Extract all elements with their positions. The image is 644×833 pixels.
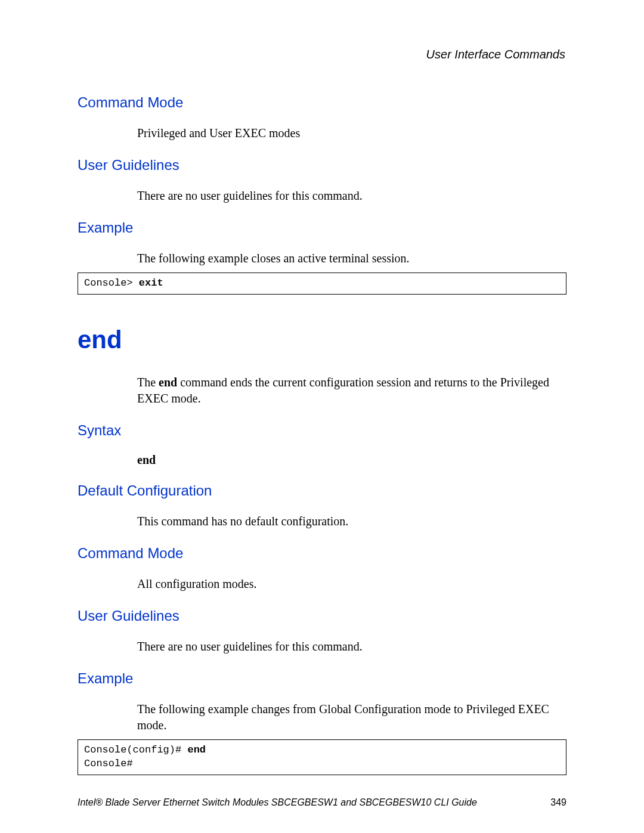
heading-command-mode-2: Command Mode xyxy=(78,545,566,562)
code-block-end: Console(config)# end Console# xyxy=(78,739,566,775)
text-example-2: The following example changes from Globa… xyxy=(137,701,566,733)
chapter-label: User Interface Commands xyxy=(78,48,565,61)
heading-default-config: Default Configuration xyxy=(78,482,566,499)
heading-example-2: Example xyxy=(78,670,566,687)
footer-title: Intel® Blade Server Ethernet Switch Modu… xyxy=(78,797,477,808)
heading-command-mode-1: Command Mode xyxy=(78,94,566,111)
footer-page-number: 349 xyxy=(550,797,566,808)
text-span: command ends the current configuration s… xyxy=(137,376,549,405)
page-footer: Intel® Blade Server Ethernet Switch Modu… xyxy=(0,797,644,808)
text-command-mode-2: All configuration modes. xyxy=(137,576,566,592)
code-command: exit xyxy=(139,277,163,289)
code-command: end xyxy=(187,744,206,755)
text-syntax: end xyxy=(137,453,566,467)
code-prompt: Console(config)# xyxy=(84,744,187,755)
code-block-exit: Console> exit xyxy=(78,272,566,295)
heading-syntax: Syntax xyxy=(78,422,566,439)
text-span-bold: end xyxy=(159,376,177,389)
code-prompt: Console> xyxy=(84,277,139,289)
text-user-guidelines-2: There are no user guidelines for this co… xyxy=(137,639,566,655)
text-command-mode-1: Privileged and User EXEC modes xyxy=(137,125,566,141)
text-span: The xyxy=(137,376,159,389)
text-default-config: This command has no default configuratio… xyxy=(137,513,566,529)
text-user-guidelines-1: There are no user guidelines for this co… xyxy=(137,188,566,204)
heading-example-1: Example xyxy=(78,219,566,236)
heading-end: end xyxy=(78,326,566,354)
heading-user-guidelines-2: User Guidelines xyxy=(78,608,566,624)
text-example-1: The following example closes an active t… xyxy=(137,250,566,267)
heading-user-guidelines-1: User Guidelines xyxy=(78,157,566,174)
text-end-intro: The end command ends the current configu… xyxy=(137,374,566,407)
code-output: Console# xyxy=(84,758,133,769)
